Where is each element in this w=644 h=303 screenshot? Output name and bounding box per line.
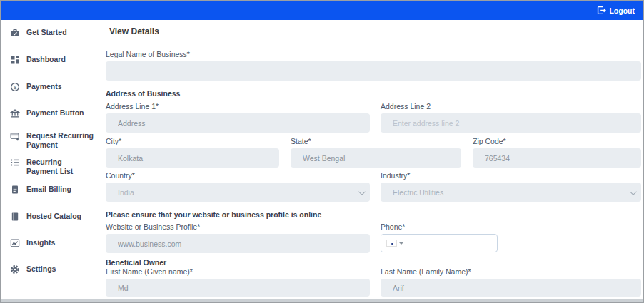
website-label: Website or Business Profile* xyxy=(106,222,370,231)
last-name-input[interactable] xyxy=(381,279,641,297)
sidebar-item-label: Settings xyxy=(26,265,56,274)
address-section-header: Address of Business xyxy=(106,89,180,98)
sidebar-item-settings[interactable]: Settings xyxy=(10,265,94,277)
page-title: View Details xyxy=(109,26,159,36)
document-icon xyxy=(10,185,20,197)
state-field-group: State* xyxy=(291,137,461,168)
sidebar-item-get-started[interactable]: Get Started xyxy=(10,28,94,41)
logout-button[interactable]: Logout xyxy=(597,6,635,15)
industry-select[interactable]: Electric Utilities xyxy=(381,183,641,202)
website-input[interactable] xyxy=(106,234,370,253)
industry-label: Industry* xyxy=(381,171,641,180)
country-code-selector[interactable] xyxy=(381,235,408,252)
sidebar-item-recurring-payment-list[interactable]: Recurring Payment List xyxy=(10,158,94,175)
beneficial-owner-section-header: Beneficial Owner xyxy=(106,258,166,267)
website-field-group: Website or Business Profile* xyxy=(106,222,370,253)
sidebar-item-label: Request Recurring Payment xyxy=(26,131,94,149)
country-selected-value: India xyxy=(118,188,363,197)
sidebar-item-dashboard[interactable]: Dashboard xyxy=(10,55,94,68)
book-icon xyxy=(10,212,20,225)
address-line1-input[interactable] xyxy=(106,113,370,133)
website-note: Please ensure that your website or busin… xyxy=(106,210,321,219)
sidebar-item-payments[interactable]: $ Payments xyxy=(10,82,94,95)
briefcase-check-icon xyxy=(10,28,20,41)
state-input[interactable] xyxy=(291,148,461,168)
legal-name-label: Legal Name of Business* xyxy=(106,50,641,58)
caret-down-icon xyxy=(399,242,403,245)
phone-input-box xyxy=(381,234,498,252)
first-name-field-group: First Name (Given name)* xyxy=(106,267,370,297)
sidebar-item-insights[interactable]: Insights xyxy=(10,238,94,251)
top-header-bar: Logout xyxy=(1,1,643,20)
sidebar-item-label: Hosted Catalog xyxy=(26,212,81,221)
sidebar-item-label: Dashboard xyxy=(26,55,66,64)
country-field-group: Country* India xyxy=(106,171,370,202)
chart-line-icon xyxy=(10,238,20,251)
state-label: State* xyxy=(291,137,461,145)
gear-icon xyxy=(10,265,20,277)
sidebar-item-label: Payments xyxy=(26,82,62,91)
first-name-input[interactable] xyxy=(106,279,370,297)
industry-selected-value: Electric Utilities xyxy=(393,188,634,197)
svg-text:$: $ xyxy=(14,84,17,91)
address-line1-field-group: Address Line 1* xyxy=(106,102,370,133)
city-label: City* xyxy=(106,137,279,145)
zip-code-label: Zip Code* xyxy=(473,137,641,145)
country-label: Country* xyxy=(106,171,370,180)
sidebar-item-request-recurring-payment[interactable]: Request Recurring Payment xyxy=(10,131,94,149)
sidebar-item-email-billing[interactable]: Email Billing xyxy=(10,185,94,197)
logout-icon xyxy=(597,6,606,15)
legal-name-input[interactable] xyxy=(106,61,641,81)
phone-field-group: Phone* xyxy=(381,222,498,252)
main-content: View Details Legal Name of Business* Add… xyxy=(99,20,643,299)
city-field-group: City* xyxy=(106,137,279,168)
sidebar-nav: Get Started Dashboard $ Payments xyxy=(1,20,99,299)
app-window: Logout Get Started xyxy=(0,0,644,303)
zip-code-input[interactable] xyxy=(473,148,641,168)
first-name-label: First Name (Given name)* xyxy=(106,267,370,276)
zip-code-field-group: Zip Code* xyxy=(473,137,641,168)
sidebar-item-hosted-catalog[interactable]: Hosted Catalog xyxy=(10,212,94,225)
sidebar-item-label: Get Started xyxy=(26,28,67,37)
dollar-circle-icon: $ xyxy=(10,82,20,95)
phone-label: Phone* xyxy=(381,222,498,231)
country-select[interactable]: India xyxy=(106,183,370,202)
last-name-field-group: Last Name (Family Name)* xyxy=(381,267,641,297)
sidebar-item-label: Insights xyxy=(26,238,55,247)
india-flag-icon xyxy=(386,240,397,247)
address-line1-label: Address Line 1* xyxy=(106,102,370,111)
city-input[interactable] xyxy=(106,148,279,168)
address-line2-label: Address Line 2 xyxy=(381,102,641,111)
sidebar-item-payment-button[interactable]: Payment Button xyxy=(10,108,94,121)
phone-input[interactable] xyxy=(408,235,498,252)
sidebar-item-label: Payment Button xyxy=(26,108,84,118)
bank-icon xyxy=(10,108,20,121)
legal-name-field-group: Legal Name of Business* xyxy=(106,50,641,81)
card-plus-icon xyxy=(10,131,20,144)
logout-label: Logout xyxy=(609,6,635,15)
sidebar-item-label: Email Billing xyxy=(26,185,71,194)
list-icon xyxy=(10,158,20,170)
sidebar-item-label: Recurring Payment List xyxy=(26,158,94,175)
dashboard-grid-icon xyxy=(10,55,20,68)
address-line2-input[interactable] xyxy=(381,113,641,133)
address-line2-field-group: Address Line 2 xyxy=(381,102,641,133)
last-name-label: Last Name (Family Name)* xyxy=(381,267,641,276)
industry-field-group: Industry* Electric Utilities xyxy=(381,171,641,202)
